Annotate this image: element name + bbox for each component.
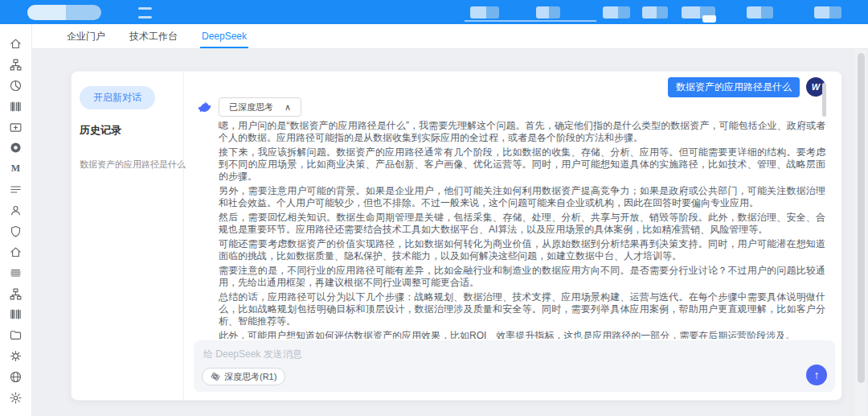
reasoning-paragraph: 可能还需要考虑数据资产的价值实现路径，比如数据如何转化为商业价值，从原始数据到分… [219, 238, 825, 262]
tab-label: DeepSeek [202, 31, 247, 42]
assistant-message-row: 已深度思考 ∧ 嗯，用户问的是“数据资产的应用路径是什么”，我需要先理解这个问题… [197, 97, 825, 339]
gear-icon[interactable] [9, 391, 23, 405]
chat-scrollbar-thumb[interactable] [822, 83, 826, 117]
deep-think-icon [211, 372, 220, 381]
card-plus-icon[interactable] [9, 121, 23, 134]
page-scrollbar-thumb[interactable] [858, 53, 865, 383]
reasoning-paragraph: 接下来，我应该拆解问题。数据资产的应用路径通常有几个阶段，比如数据的收集、存储、… [219, 146, 825, 183]
chat-card: 开启新对话 历史记录 数据资产的应用路径是什么 数据资产的应用路径是什么 W [71, 71, 842, 401]
redacted-nav-item[interactable] [536, 6, 560, 19]
app-window: 企业门户 技术工作台 DeepSeek [0, 0, 868, 416]
history-panel: 开启新对话 历史记录 数据资产的应用路径是什么 [72, 72, 184, 400]
user-icon[interactable] [9, 204, 23, 217]
user-message-bubble: 数据资产的应用路径是什么 [668, 77, 800, 97]
redacted-nav-item[interactable] [814, 6, 841, 19]
main-content: 开启新对话 历史记录 数据资产的应用路径是什么 数据资产的应用路径是什么 W [32, 49, 868, 416]
reasoning-paragraph: 需要注意的是，不同行业的应用路径可能有差异，比如金融行业和制造业的数据应用方向不… [219, 265, 825, 289]
tab-label: 企业门户 [67, 30, 105, 43]
tab[interactable]: 技术工作台 [117, 24, 190, 48]
history-item[interactable]: 数据资产的应用路径是什么 [80, 159, 175, 171]
folder-icon[interactable] [9, 328, 23, 342]
top-bar [0, 0, 868, 24]
redacted-text [138, 7, 152, 10]
redacted-text [138, 16, 152, 19]
redacted-nav-dropdown [702, 15, 716, 23]
tab-label: 技术工作台 [129, 30, 178, 43]
icon-sidebar [0, 24, 32, 416]
redacted-nav-item[interactable] [747, 6, 773, 19]
message-input[interactable]: 给 DeepSeek 发送消息 深度思考(R1) ↑ [194, 340, 835, 392]
message-area: 数据资产的应用路径是什么 W 已深度思考 ∧ [184, 72, 841, 339]
deep-think-label: 深度思考(R1) [224, 371, 276, 383]
reasoning-paragraph: 此外，可能用户想知道如何评估数据资产的应用效果，比如ROI、效率提升指标，这也是… [219, 330, 825, 339]
deep-thought-label: 已深度思考 [229, 101, 273, 113]
input-placeholder: 给 DeepSeek 发送消息 [203, 348, 302, 361]
nav-underline [465, 20, 596, 22]
assistant-reasoning-text: 嗯，用户问的是“数据资产的应用路径是什么”，我需要先理解这个问题。首先，确定他们… [219, 120, 825, 339]
list-icon[interactable] [9, 183, 23, 196]
send-button[interactable]: ↑ [806, 365, 827, 385]
shield-icon[interactable] [9, 224, 23, 238]
badge-icon[interactable] [9, 349, 23, 363]
deepseek-whale-icon [197, 100, 212, 115]
redacted-nav-item[interactable] [642, 6, 668, 19]
barcode-icon[interactable] [9, 307, 23, 321]
globe-icon[interactable] [9, 370, 23, 384]
deep-thought-toggle[interactable]: 已深度思考 ∧ [219, 97, 301, 117]
disc-icon[interactable] [9, 141, 23, 154]
home-icon[interactable] [9, 245, 23, 259]
new-chat-button[interactable]: 开启新对话 [80, 86, 155, 109]
tab-bar: 企业门户 技术工作台 DeepSeek [32, 24, 868, 49]
pie-chart-icon[interactable] [9, 79, 23, 93]
sitemap-icon[interactable] [9, 287, 23, 301]
history-list: 数据资产的应用路径是什么 [80, 159, 175, 171]
history-title: 历史记录 [80, 123, 175, 138]
reasoning-paragraph: 另外，需要注意用户可能的背景。如果是企业用户，他们可能关注如何利用数据资产提高竞… [219, 185, 825, 209]
reasoning-paragraph: 然后，需要回忆相关知识。数据生命周期管理是关键，包括采集、存储、处理、分析、共享… [219, 212, 825, 236]
app-logo [27, 5, 101, 20]
home-icon[interactable] [9, 37, 23, 51]
deep-think-r1-button[interactable]: 深度思考(R1) [202, 368, 285, 385]
layers-icon[interactable] [9, 266, 23, 280]
redacted-nav-item[interactable] [603, 6, 630, 19]
chevron-up-icon: ∧ [285, 102, 291, 113]
reasoning-paragraph: 总结的话，应用路径可以分为以下几个步骤：战略规划、数据治理、技术支撑、应用场景构… [219, 291, 825, 327]
assistant-content: 已深度思考 ∧ 嗯，用户问的是“数据资产的应用路径是什么”，我需要先理解这个问题… [219, 97, 825, 339]
barcode-icon[interactable] [9, 100, 23, 113]
user-message-row: 数据资产的应用路径是什么 W [197, 78, 825, 96]
redacted-nav-item[interactable] [470, 6, 499, 19]
org-icon[interactable] [9, 58, 23, 72]
tab[interactable]: 企业门户 [55, 24, 117, 48]
letter-m-icon[interactable] [9, 162, 23, 175]
reasoning-paragraph: 嗯，用户问的是“数据资产的应用路径是什么”，我需要先理解这个问题。首先，确定他们… [219, 120, 825, 144]
arrow-up-icon: ↑ [814, 369, 820, 381]
tab[interactable]: DeepSeek [190, 24, 259, 48]
